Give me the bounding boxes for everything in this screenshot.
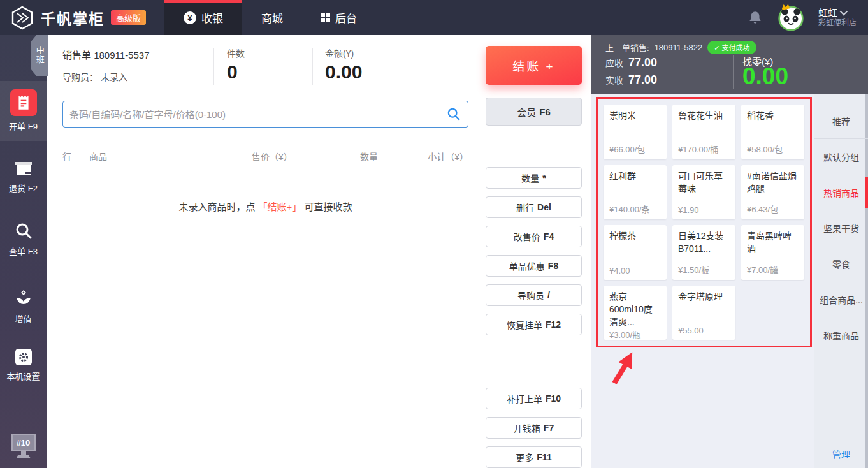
sprout-icon (14, 289, 33, 308)
product-price: ¥140.00/条 (609, 203, 661, 215)
product-card[interactable]: 金字塔原理 ¥55.00 (672, 286, 735, 340)
col-qty: 数量 (360, 150, 417, 163)
guide-label: 导购员： (62, 72, 98, 82)
manage-link[interactable]: 管理 (814, 448, 868, 460)
category-sidebar: 推荐 默认分组 热销商品 坚果干货 零食 组合商品... 称重商品 管理 (814, 94, 868, 468)
sidebar-item-value-added[interactable]: 增值 (0, 289, 47, 325)
product-search-input[interactable] (62, 101, 468, 128)
bell-icon[interactable] (747, 10, 763, 26)
receivable-label: 应收 (605, 56, 623, 69)
product-price: ¥55.00 (678, 326, 730, 335)
product-card[interactable]: 可口可乐草莓味 ¥1.90 (672, 165, 735, 220)
tab-cashier[interactable]: ¥ 收银 (164, 0, 242, 35)
panda-crown-avatar[interactable] (778, 4, 804, 31)
receivable-value: 77.00 (628, 56, 657, 69)
payment-success-badge: ✓ 支付成功 (707, 41, 756, 54)
category-nuts-dried[interactable]: 坚果干货 (814, 210, 868, 246)
category-snacks[interactable]: 零食 (814, 246, 868, 282)
category-hot-products[interactable]: 热销商品 (814, 175, 868, 210)
tab-backend[interactable]: 后台 (302, 0, 376, 35)
red-arrow-annotation (602, 349, 646, 387)
last-order-summary: 上一单销售: 180911-5822 ✓ 支付成功 应收 77.00 实收 77… (591, 35, 868, 94)
category-default-group[interactable]: 默认分组 (814, 139, 868, 175)
change-price-button[interactable]: 改售价F4 (486, 226, 582, 247)
sidebar-item-returns[interactable]: 退货 F2 (0, 159, 47, 194)
product-name: 金字塔原理 (678, 290, 730, 303)
checkout-hint-highlight: 「结账+」 (258, 201, 302, 212)
chevron-down-icon (840, 8, 848, 16)
product-card[interactable]: 日美12支装B7011... ¥1.50/板 (672, 225, 735, 280)
qty-value: 0 (227, 61, 245, 83)
col-item: 商品 (89, 150, 252, 163)
member-button[interactable]: 会员 F6 (486, 98, 582, 126)
hot-products-area: 崇明米 ¥66.00/包 鲁花花生油 ¥170.00/桶 稻花香 ¥58.00/… (591, 94, 814, 468)
product-price: ¥4.00 (609, 266, 661, 275)
sidebar-item-find-order[interactable]: 查单 F3 (0, 221, 47, 257)
order-table-header: 行 商品 售价（¥） 数量 小计（¥） (62, 150, 468, 163)
empty-order-hint: 未录入商品时，点 「结账+」 可直接收款 (62, 200, 468, 213)
product-card[interactable]: 稻花香 ¥58.00/包 (741, 105, 804, 159)
divider (312, 48, 313, 85)
divider (213, 48, 214, 85)
category-recommended[interactable]: 推荐 (814, 103, 868, 139)
gear-icon (15, 349, 32, 365)
item-discount-button[interactable]: 单品优惠F8 (486, 255, 582, 277)
quantity-button[interactable]: 数量* (486, 167, 582, 189)
category-combo[interactable]: 组合商品... (814, 282, 868, 318)
tab-label: 商城 (261, 10, 283, 26)
guide-button[interactable]: 导购员/ (486, 284, 582, 306)
category-weighed[interactable]: 称重商品 (814, 318, 868, 353)
product-card[interactable]: 鲁花花生油 ¥170.00/桶 (672, 105, 735, 159)
resume-order-button[interactable]: 恢复挂单F12 (486, 314, 582, 335)
product-card[interactable]: 青岛黑啤啤酒 ¥7.00/罐 (741, 225, 804, 280)
terminal-id: #10 (17, 438, 31, 448)
tab-label: 收银 (201, 10, 223, 26)
product-card[interactable]: 燕京600ml10度清爽... ¥3.00/瓶 (604, 286, 667, 340)
sale-number: 180911-5537 (94, 50, 149, 61)
reprint-last-button[interactable]: 补打上单F10 (486, 388, 582, 409)
delete-row-button[interactable]: 删行Del (486, 196, 582, 218)
monitor-icon: #10 (11, 434, 36, 451)
checkout-button[interactable]: 结账 + (486, 46, 582, 85)
last-order-label: 上一单销售: (605, 41, 649, 54)
sidebar-item-label: 本机设置 (6, 372, 40, 381)
tab-mall[interactable]: 商城 (242, 0, 302, 35)
col-subtotal: 小计（¥） (417, 150, 468, 163)
product-card[interactable]: #南诺信盐焗鸡腿 ¥6.43/包 (741, 165, 804, 220)
sale-label: 销售单 (62, 50, 91, 61)
user-block[interactable]: 虹虹 彩虹便利店 (818, 6, 857, 29)
product-card[interactable]: 红利群 ¥140.00/条 (604, 165, 667, 220)
product-price: ¥3.00/瓶 (609, 328, 661, 340)
amount-label: 金额(¥) (325, 47, 362, 59)
package-icon (14, 159, 33, 177)
user-name: 虹虹 (818, 6, 837, 19)
app-title: 千帆掌柜 (41, 7, 105, 29)
topbar: 千帆掌柜 高级版 ¥ 收银 商城 后台 (0, 0, 868, 35)
order-main: 销售单 180911-5537 导购员： 未录入 件数 0 金额(¥) 0.00… (47, 35, 591, 468)
sidebar-item-label: 增值 (15, 314, 31, 324)
product-name: 青岛黑啤啤酒 (747, 230, 799, 256)
open-drawer-button[interactable]: 开钱箱F7 (486, 417, 582, 439)
product-name: 柠檬茶 (609, 230, 661, 242)
product-name: #南诺信盐焗鸡腿 (747, 170, 799, 196)
product-name: 稻花香 (747, 109, 799, 122)
divider (818, 437, 864, 437)
grid-icon (321, 13, 330, 22)
sidebar-item-label: 查单 F3 (9, 247, 38, 256)
pos-app: 千帆掌柜 高级版 ¥ 收银 商城 后台 (0, 0, 868, 468)
sidebar-item-new-order[interactable]: 开单 F9 (0, 81, 47, 141)
receipt-icon (10, 89, 37, 116)
product-name: 日美12支装B7011... (678, 230, 730, 256)
product-card[interactable]: 柠檬茶 ¥4.00 (604, 225, 667, 280)
sidebar-item-label: 退货 F2 (9, 184, 38, 193)
product-card[interactable]: 崇明米 ¥66.00/包 (604, 105, 667, 159)
store-name: 彩虹便利店 (818, 18, 857, 29)
sidebar-item-local-settings[interactable]: 本机设置 (0, 349, 47, 382)
shift-tag[interactable]: 中班 (31, 35, 48, 76)
product-name: 红利群 (609, 170, 661, 182)
items-count-stat: 件数 0 (227, 47, 245, 83)
search-icon[interactable] (447, 107, 461, 121)
more-button[interactable]: 更多F11 (486, 446, 582, 468)
guide-line: 导购员： 未录入 (62, 70, 127, 83)
last-order-number: 180911-5822 (655, 43, 703, 52)
